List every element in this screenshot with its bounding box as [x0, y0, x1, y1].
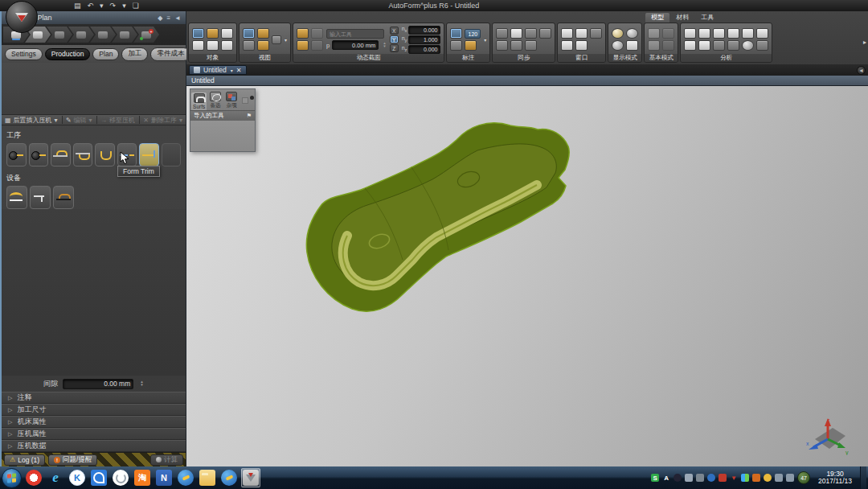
- viewport-tab-untitled[interactable]: Untitled ▾ ✕: [189, 65, 247, 75]
- insert-press-dropdown-icon[interactable]: ▾: [55, 117, 58, 124]
- taskbar-app-360[interactable]: [24, 468, 43, 487]
- equipment-button-spring[interactable]: [6, 186, 27, 209]
- formability-icon[interactable]: [684, 28, 696, 39]
- section-machine-properties[interactable]: ▷ 机床属性: [2, 416, 186, 428]
- insert-press-icon[interactable]: ▦: [5, 117, 11, 124]
- sheet-edit-icon[interactable]: [662, 28, 674, 39]
- clock-icon[interactable]: [496, 40, 508, 51]
- taskbar-app-kugou[interactable]: K: [68, 468, 87, 487]
- collapse-panel-icon[interactable]: ◄: [174, 14, 181, 22]
- operation-button-binder[interactable]: [29, 143, 49, 166]
- issues-button[interactable]: ! 问题/提醒: [48, 454, 97, 466]
- nx-input[interactable]: 0.000: [408, 26, 440, 35]
- flatten-icon[interactable]: [742, 28, 754, 39]
- sheet-pin-icon[interactable]: [662, 40, 674, 51]
- viewport-3d-canvas[interactable]: Surfs 备选 杂项: [186, 86, 868, 466]
- taskbar-clock[interactable]: 19:30 2017/11/13: [813, 471, 857, 485]
- taskbar-app-cloud[interactable]: [111, 468, 130, 487]
- tab-surfs[interactable]: Surfs: [191, 92, 207, 110]
- move-button[interactable]: 移至压机: [109, 116, 135, 125]
- screenshot-icon[interactable]: ❏: [133, 2, 139, 10]
- tray-a-icon[interactable]: A: [662, 474, 670, 482]
- window-split-v-icon[interactable]: [575, 28, 588, 39]
- springback-icon[interactable]: [698, 40, 710, 51]
- autoform-logo-icon[interactable]: [6, 1, 38, 33]
- operation-button-form[interactable]: [73, 143, 93, 166]
- section-lock-icon[interactable]: [311, 28, 323, 39]
- contact-icon[interactable]: [727, 40, 739, 51]
- taskbar-app-explorer[interactable]: [198, 468, 217, 487]
- window-split-h-icon[interactable]: [561, 40, 573, 51]
- tab-production[interactable]: Production: [45, 48, 91, 60]
- map-icon[interactable]: [510, 40, 522, 51]
- tab-machining[interactable]: 加工: [121, 47, 148, 61]
- shaded-sphere-icon[interactable]: [612, 28, 624, 39]
- tray-agent-icon[interactable]: [719, 474, 727, 482]
- probe-icon[interactable]: [450, 40, 462, 51]
- zoom-frame-icon[interactable]: [257, 40, 269, 51]
- sheet-bent-icon[interactable]: [648, 40, 660, 51]
- part-3d-model[interactable]: [291, 115, 596, 326]
- compute-button[interactable]: 计算: [150, 454, 183, 466]
- nz-input[interactable]: 0.000: [408, 45, 440, 54]
- comment-icon[interactable]: [510, 28, 522, 39]
- axis-z-button[interactable]: Z: [390, 44, 399, 52]
- ghost-icon[interactable]: [626, 40, 638, 51]
- toggles-icon[interactable]: [525, 28, 537, 39]
- ny-input[interactable]: 1.000: [408, 35, 440, 44]
- window-quad-icon[interactable]: [575, 40, 588, 51]
- sheet-icon[interactable]: [221, 40, 233, 51]
- annotate-dropdown-icon[interactable]: ▾: [484, 37, 486, 43]
- window-stack-icon[interactable]: [590, 28, 602, 39]
- taskbar-app-autoform[interactable]: [241, 468, 260, 487]
- taskbar-app-baidupan[interactable]: [89, 468, 108, 487]
- taskbar-app-taobao[interactable]: 淘: [133, 468, 152, 487]
- tray-flame-icon[interactable]: [752, 474, 760, 482]
- tray-autoform-icon[interactable]: ▼: [730, 474, 738, 482]
- tab-tools[interactable]: 工具: [695, 13, 719, 23]
- sheet-icon[interactable]: [192, 40, 204, 51]
- taskbar-app-sphere2[interactable]: [219, 468, 239, 487]
- uplift-icon[interactable]: [727, 28, 739, 39]
- delete-operation-button[interactable]: 删除工序: [151, 116, 177, 125]
- camera-icon[interactable]: [272, 35, 281, 44]
- tab-plan[interactable]: Plan: [92, 48, 119, 60]
- edit-dropdown-icon[interactable]: ▾: [89, 117, 92, 124]
- tray-help-icon[interactable]: [707, 474, 715, 482]
- section-tool-select[interactable]: 输入工具: [326, 29, 384, 39]
- thinning-icon[interactable]: [684, 40, 696, 51]
- tab-settings[interactable]: Settings: [5, 48, 43, 60]
- pick-cursor-icon[interactable]: [450, 28, 462, 39]
- wire-sphere-icon[interactable]: [612, 40, 624, 51]
- axis-x-button[interactable]: X: [390, 27, 399, 35]
- section-grid-icon[interactable]: [311, 40, 323, 51]
- p-spinner[interactable]: ▲ ▼: [383, 42, 386, 48]
- view-home-button[interactable]: ◄: [857, 66, 866, 75]
- spin-down-icon[interactable]: ▼: [140, 384, 143, 387]
- move-icon[interactable]: →: [100, 117, 107, 124]
- rotation-step-chip[interactable]: 120: [465, 29, 481, 39]
- link-icon[interactable]: [539, 28, 551, 39]
- save-icon[interactable]: ▤: [74, 2, 81, 10]
- undo-icon[interactable]: ↶: [88, 2, 94, 10]
- tab-dropdown-icon[interactable]: ▾: [231, 68, 233, 73]
- gap-input[interactable]: 0.00 mm: [63, 379, 133, 389]
- edit-icon[interactable]: ✎: [66, 117, 72, 124]
- gap-spinner[interactable]: ▲ ▼: [140, 380, 143, 387]
- tab-close-icon[interactable]: ✕: [236, 67, 242, 74]
- ribbon-overflow-icon[interactable]: ▸: [863, 39, 866, 46]
- sheet-flat-icon[interactable]: [648, 28, 660, 39]
- rotate-view-icon[interactable]: [243, 40, 255, 51]
- tab-part-cost[interactable]: 零件成本: [150, 47, 190, 61]
- insert-press-button[interactable]: 后置插入压机: [14, 116, 52, 125]
- tray-volume-icon[interactable]: [775, 474, 783, 482]
- dome-icon[interactable]: [742, 40, 754, 51]
- wrinkle-icon[interactable]: [698, 28, 710, 39]
- section-press-properties[interactable]: ▷ 压机属性: [2, 428, 186, 440]
- show-desktop-button[interactable]: [860, 466, 866, 489]
- taskbar-app-ie[interactable]: e: [46, 468, 65, 487]
- flag-icon[interactable]: ⚑: [247, 113, 252, 119]
- book-icon[interactable]: [221, 28, 233, 39]
- tab-model[interactable]: 模型: [645, 13, 669, 23]
- imported-tools-header[interactable]: 导入的工具 ⚑: [190, 110, 255, 121]
